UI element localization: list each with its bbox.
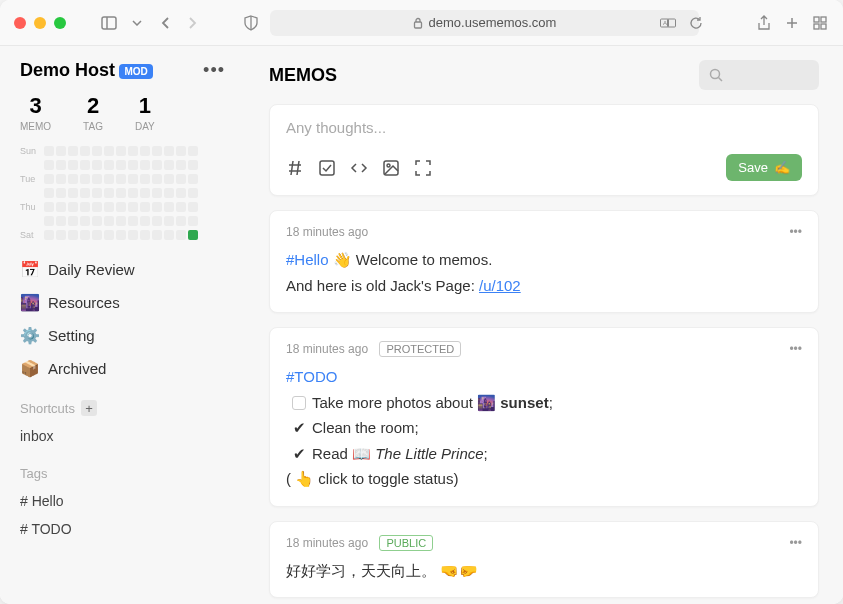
- stat-day[interactable]: 1 DAY: [135, 93, 155, 132]
- save-button[interactable]: Save ✍️: [726, 154, 802, 181]
- visibility-protected-badge: PROTECTED: [379, 341, 461, 357]
- maximize-window[interactable]: [54, 17, 66, 29]
- svg-point-13: [711, 70, 720, 79]
- page-title: MEMOS: [269, 65, 337, 86]
- gear-icon: ⚙️: [20, 326, 38, 345]
- code-icon[interactable]: [350, 159, 368, 177]
- memo-time: 18 minutes ago: [286, 536, 368, 550]
- tabs-grid-icon[interactable]: [811, 14, 829, 32]
- book-icon: 📖: [352, 445, 371, 462]
- sunset-icon: 🌆: [477, 394, 496, 411]
- nav-resources[interactable]: 🌆Resources: [20, 293, 225, 312]
- sidebar-toggle-icon[interactable]: [100, 14, 118, 32]
- close-window[interactable]: [14, 17, 26, 29]
- sidebar: Demo Host MOD ••• 3 MEMO 2 TAG 1 DAY: [0, 46, 245, 604]
- done-check-icon[interactable]: ✔: [292, 415, 306, 441]
- search-icon: [709, 68, 723, 82]
- resources-icon: 🌆: [20, 293, 38, 312]
- share-icon[interactable]: [755, 14, 773, 32]
- profile-name[interactable]: Demo Host MOD: [20, 60, 153, 81]
- fist-bump-icon: 🤜🤛: [440, 562, 478, 579]
- search-input[interactable]: [699, 60, 819, 90]
- memo-card: 18 minutes ago PUBLIC ••• 好好学习，天天向上。 🤜🤛: [269, 521, 819, 599]
- wave-icon: 👋: [333, 251, 352, 268]
- tags-header: Tags: [20, 466, 225, 481]
- point-up-icon: 👆: [295, 470, 314, 487]
- chevron-down-icon[interactable]: [128, 14, 146, 32]
- traffic-lights: [14, 17, 66, 29]
- todo-checkbox[interactable]: [292, 396, 306, 410]
- hashtag-icon[interactable]: [286, 159, 304, 177]
- add-shortcut-button[interactable]: +: [81, 400, 97, 416]
- svg-line-17: [291, 161, 293, 175]
- stat-memo[interactable]: 3 MEMO: [20, 93, 51, 132]
- memo-tag-hello[interactable]: #Hello: [286, 251, 329, 268]
- memo-card: 18 minutes ago PROTECTED ••• #TODO Take …: [269, 327, 819, 507]
- activity-heatmap[interactable]: Sun Tue Thu Sat: [20, 144, 225, 242]
- archive-icon: 📦: [20, 359, 38, 378]
- done-check-icon[interactable]: ✔: [292, 441, 306, 467]
- svg-text:A: A: [663, 20, 667, 26]
- forward-button[interactable]: [184, 14, 202, 32]
- shortcuts-header: Shortcuts +: [20, 400, 225, 416]
- svg-rect-9: [814, 17, 819, 22]
- svg-line-18: [297, 161, 299, 175]
- lock-icon: [413, 17, 423, 29]
- more-menu-icon[interactable]: •••: [203, 60, 225, 81]
- memo-time: 18 minutes ago: [286, 342, 368, 356]
- checkbox-icon[interactable]: [318, 159, 336, 177]
- memo-more-icon[interactable]: •••: [789, 225, 802, 239]
- calendar-icon: 📅: [20, 260, 38, 279]
- svg-rect-0: [102, 17, 116, 29]
- memo-card: 18 minutes ago ••• #Hello 👋 Welcome to m…: [269, 210, 819, 313]
- editor-textarea[interactable]: Any thoughts...: [286, 119, 802, 136]
- image-icon[interactable]: [382, 159, 400, 177]
- svg-rect-3: [414, 22, 421, 28]
- url-text: demo.usememos.com: [429, 15, 557, 30]
- nav-archived[interactable]: 📦Archived: [20, 359, 225, 378]
- visibility-public-badge: PUBLIC: [379, 535, 433, 551]
- svg-rect-12: [821, 24, 826, 29]
- memo-editor: Any thoughts... Save ✍️: [269, 104, 819, 196]
- svg-rect-10: [821, 17, 826, 22]
- memo-tag-todo[interactable]: #TODO: [286, 368, 337, 385]
- tag-hello[interactable]: # Hello: [20, 493, 225, 509]
- stats-row: 3 MEMO 2 TAG 1 DAY: [20, 93, 225, 132]
- main-content: MEMOS Any thoughts...: [245, 46, 843, 604]
- svg-line-14: [719, 78, 723, 82]
- writing-hand-icon: ✍️: [774, 160, 790, 175]
- svg-rect-19: [320, 161, 334, 175]
- fullscreen-icon[interactable]: [414, 159, 432, 177]
- nav-daily-review[interactable]: 📅Daily Review: [20, 260, 225, 279]
- mod-badge: MOD: [119, 64, 152, 79]
- svg-point-21: [387, 164, 390, 167]
- shortcut-inbox[interactable]: inbox: [20, 428, 225, 444]
- new-tab-icon[interactable]: [783, 14, 801, 32]
- minimize-window[interactable]: [34, 17, 46, 29]
- shield-icon[interactable]: [242, 14, 260, 32]
- browser-chrome: demo.usememos.com A: [0, 0, 843, 46]
- nav-setting[interactable]: ⚙️Setting: [20, 326, 225, 345]
- memo-more-icon[interactable]: •••: [789, 536, 802, 550]
- url-bar[interactable]: demo.usememos.com: [270, 10, 699, 36]
- user-link[interactable]: /u/102: [479, 277, 521, 294]
- memo-time: 18 minutes ago: [286, 225, 368, 239]
- refresh-icon[interactable]: [687, 14, 705, 32]
- back-button[interactable]: [156, 14, 174, 32]
- svg-rect-11: [814, 24, 819, 29]
- tag-todo[interactable]: # TODO: [20, 521, 225, 537]
- translate-icon[interactable]: A: [659, 14, 677, 32]
- stat-tag[interactable]: 2 TAG: [83, 93, 103, 132]
- memo-more-icon[interactable]: •••: [789, 342, 802, 356]
